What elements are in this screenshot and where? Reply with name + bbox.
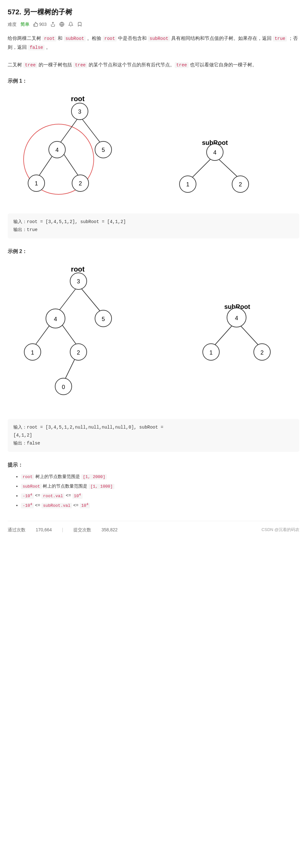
pass-label: 通过次数 — [8, 526, 26, 533]
svg-line-21 — [218, 159, 238, 178]
example1-input: 输入：root = [3,4,5,1,2], subRoot = [4,1,2] — [13, 218, 294, 226]
svg-line-48 — [240, 325, 259, 346]
example1-code: 输入：root = [3,4,5,1,2], subRoot = [4,1,2]… — [8, 214, 299, 238]
footer-bar: 通过次数 170,664 | 提交次数 358,822 CSDN @沉着的码农 — [8, 521, 299, 533]
example1-output: 输出：true — [13, 226, 294, 234]
share-icon — [50, 22, 56, 27]
svg-text:2: 2 — [77, 349, 80, 356]
example2-code: 输入：root = [3,4,5,1,2,null,null,null,null… — [8, 419, 299, 452]
hint-item-1: root 树上的节点数量范围是 [1, 2000] — [21, 473, 299, 480]
svg-text:4: 4 — [56, 147, 59, 153]
bookmark-button[interactable] — [77, 22, 82, 27]
example1-svg: root 3 4 5 — [8, 89, 299, 210]
difficulty-value: 简单 — [21, 21, 29, 28]
svg-text:3: 3 — [77, 278, 80, 285]
svg-text:4: 4 — [54, 316, 57, 322]
meta-row: 难度 简单 903 — [8, 21, 299, 28]
example2-output: 输出：false — [13, 439, 294, 447]
bell-button[interactable] — [68, 22, 73, 27]
hint-item-4: -104 <= subRoot.val <= 104 — [21, 502, 299, 509]
svg-line-30 — [81, 288, 102, 313]
hints-title: 提示： — [8, 461, 299, 469]
svg-text:1: 1 — [35, 180, 38, 187]
svg-line-6 — [81, 118, 102, 145]
bookmark-icon — [77, 22, 82, 27]
example1-diagram: root 3 4 5 — [8, 89, 299, 210]
likes-count: 903 — [39, 21, 46, 28]
translate-icon — [59, 22, 64, 27]
svg-text:1: 1 — [209, 349, 213, 356]
hints-list: root 树上的节点数量范围是 [1, 2000] subRoot 树上的节点数… — [8, 473, 299, 509]
example2-diagram: root 3 4 5 — [8, 259, 299, 416]
example1-title: 示例 1： — [8, 77, 299, 85]
svg-text:2: 2 — [79, 180, 82, 187]
svg-text:0: 0 — [62, 384, 65, 390]
divider: | — [62, 526, 63, 533]
svg-text:2: 2 — [239, 181, 242, 188]
svg-line-47 — [214, 325, 233, 346]
hint-item-2: subRoot 树上的节点数量范围是 [1, 1000] — [21, 483, 299, 490]
svg-text:root: root — [71, 95, 85, 103]
svg-text:5: 5 — [102, 316, 105, 322]
svg-text:2: 2 — [261, 349, 264, 356]
svg-line-32 — [60, 322, 77, 346]
svg-line-5 — [59, 118, 78, 145]
svg-text:3: 3 — [78, 108, 81, 115]
page-title: 572. 另一棵树的子树 — [8, 6, 299, 18]
svg-text:1: 1 — [31, 349, 34, 356]
hint-item-3: -104 <= root.val <= 104 — [21, 492, 299, 499]
example2-svg: root 3 4 5 — [8, 259, 299, 416]
hints-section: 提示： root 树上的节点数量范围是 [1, 2000] subRoot 树上… — [8, 461, 299, 509]
difficulty-label: 难度 — [8, 21, 16, 28]
svg-line-8 — [63, 152, 79, 177]
footer-brand: CSDN @沉着的码农 — [262, 527, 299, 533]
pass-count: 170,664 — [36, 526, 52, 533]
example2-input: 输入：root = [3,4,5,1,2,null,null,null,null… — [13, 424, 294, 439]
submit-label: 提交次数 — [73, 526, 91, 533]
svg-line-20 — [192, 159, 211, 178]
svg-text:1: 1 — [186, 181, 190, 188]
svg-line-29 — [57, 288, 76, 313]
example2-title: 示例 2： — [8, 247, 299, 256]
svg-text:4: 4 — [235, 315, 238, 321]
submit-count: 358,822 — [101, 526, 117, 533]
bell-icon — [68, 22, 73, 27]
svg-text:4: 4 — [213, 149, 216, 156]
likes-button[interactable]: 903 — [33, 21, 46, 28]
svg-text:5: 5 — [102, 147, 105, 153]
description: 给你两棵二叉树 root 和 subRoot 。检验 root 中是否包含和 s… — [8, 34, 299, 69]
thumb-up-icon — [33, 22, 38, 27]
svg-text:root: root — [71, 265, 85, 273]
translate-button[interactable] — [59, 22, 64, 27]
share-button[interactable] — [50, 22, 56, 27]
